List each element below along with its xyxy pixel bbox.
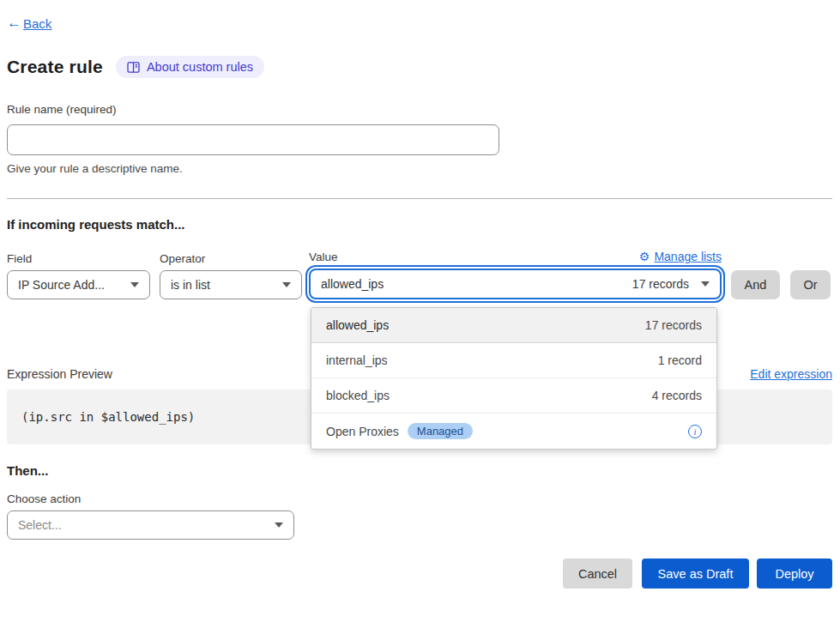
manage-lists-label[interactable]: Manage lists	[654, 250, 722, 263]
list-option-count: 17 records	[645, 318, 702, 332]
action-select-placeholder: Select...	[18, 518, 268, 532]
operator-label: Operator	[160, 252, 302, 265]
chevron-down-icon	[275, 522, 283, 528]
list-option-allowed-ips[interactable]: allowed_ips 17 records	[311, 308, 716, 343]
list-option-internal-ips[interactable]: internal_ips 1 record	[311, 343, 716, 378]
create-rule-page: ← Back Create rule About custom rules Ru…	[0, 0, 840, 589]
list-option-name: Open Proxies	[326, 425, 399, 438]
list-option-name: internal_ips	[326, 353, 388, 367]
field-label: Field	[7, 252, 150, 265]
list-option-count: 4 records	[652, 389, 702, 402]
list-option-blocked-ips[interactable]: blocked_ips 4 records	[311, 378, 716, 414]
value-select-name: allowed_ips	[321, 277, 632, 291]
field-select[interactable]: IP Source Add...	[7, 270, 150, 299]
rule-name-helper: Give your rule a descriptive name.	[7, 162, 832, 175]
list-option-count: 1 record	[658, 353, 702, 367]
chevron-down-icon	[701, 281, 710, 287]
expression-preview-label: Expression Preview	[7, 367, 112, 381]
list-option-name: blocked_ips	[326, 389, 390, 402]
back-link-label[interactable]: Back	[23, 16, 51, 31]
gear-icon: ⚙	[639, 250, 650, 263]
footer-actions: Cancel Save as Draft Deploy	[7, 559, 832, 589]
section-divider	[7, 198, 832, 199]
rule-name-input[interactable]	[7, 124, 499, 155]
page-title: Create rule	[7, 57, 103, 77]
save-as-draft-button[interactable]: Save as Draft	[642, 559, 749, 589]
edit-expression-link[interactable]: Edit expression	[750, 367, 832, 381]
value-label: Value	[309, 251, 338, 263]
manage-lists-link[interactable]: ⚙ Manage lists	[639, 250, 722, 263]
info-icon[interactable]: i	[688, 425, 702, 438]
deploy-button[interactable]: Deploy	[757, 559, 832, 589]
list-option-open-proxies[interactable]: Open Proxies Managed i	[311, 414, 716, 449]
field-select-value: IP Source Add...	[18, 278, 105, 292]
title-row: Create rule About custom rules	[7, 56, 832, 78]
operator-select[interactable]: is in list	[160, 270, 302, 299]
action-select[interactable]: Select...	[7, 510, 294, 540]
rule-name-label: Rule name (required)	[7, 103, 832, 116]
about-custom-rules-link[interactable]: About custom rules	[116, 56, 264, 78]
about-custom-rules-label: About custom rules	[147, 60, 253, 74]
and-button[interactable]: And	[731, 270, 780, 299]
then-section-heading: Then...	[7, 463, 832, 478]
choose-action-label: Choose action	[7, 492, 832, 505]
match-section-heading: If incoming requests match...	[7, 217, 832, 232]
operator-select-value: is in list	[171, 278, 210, 292]
list-dropdown-panel: allowed_ips 17 records internal_ips 1 re…	[311, 307, 717, 450]
chevron-down-icon	[130, 282, 139, 287]
value-select-count: 17 records	[632, 277, 689, 291]
back-arrow-icon: ←	[7, 15, 21, 32]
condition-row: Field IP Source Add... Operator is in li…	[7, 250, 832, 299]
chevron-down-icon	[282, 282, 291, 287]
book-icon	[127, 62, 140, 73]
expression-code: (ip.src in $allowed_ips)	[21, 410, 195, 424]
or-button[interactable]: Or	[790, 270, 831, 299]
cancel-button[interactable]: Cancel	[563, 559, 632, 589]
value-select[interactable]: allowed_ips 17 records	[309, 269, 722, 299]
list-option-name: allowed_ips	[326, 318, 389, 332]
managed-badge: Managed	[408, 423, 473, 439]
back-link[interactable]: ← Back	[7, 15, 832, 32]
